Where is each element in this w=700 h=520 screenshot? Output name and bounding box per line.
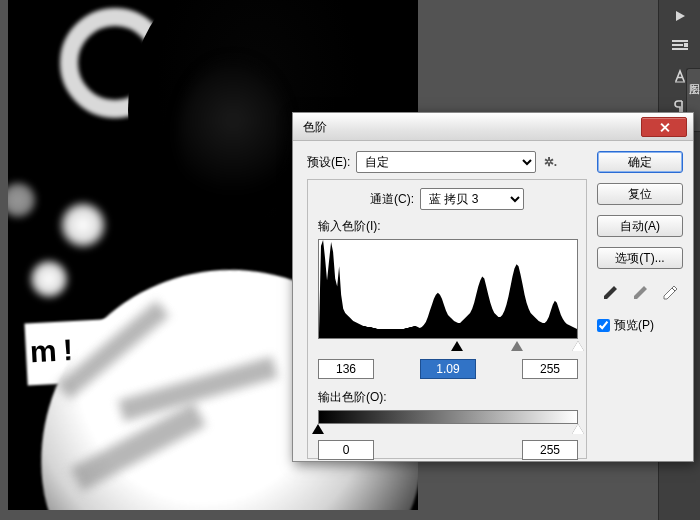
input-black-slider[interactable]	[451, 341, 463, 351]
preset-select[interactable]: 自定	[356, 151, 536, 173]
reset-button[interactable]: 复位	[597, 183, 683, 205]
eyedropper-group	[597, 283, 683, 303]
output-gradient[interactable]	[318, 410, 578, 424]
output-black-field[interactable]	[318, 440, 374, 460]
dialog-titlebar[interactable]: 色阶	[293, 113, 693, 141]
input-white-field[interactable]	[522, 359, 578, 379]
input-black-field[interactable]	[318, 359, 374, 379]
panel-tab-label: 图层	[687, 69, 700, 75]
ok-button[interactable]: 确定	[597, 151, 683, 173]
auto-button[interactable]: 自动(A)	[597, 215, 683, 237]
input-gamma-field[interactable]	[420, 359, 476, 379]
svg-rect-2	[672, 44, 683, 46]
output-black-slider[interactable]	[312, 424, 324, 434]
preset-label: 预设(E):	[307, 154, 350, 171]
preset-menu-icon[interactable]: ✲.	[542, 154, 558, 170]
svg-rect-4	[684, 43, 688, 47]
input-white-slider[interactable]	[572, 341, 584, 351]
output-levels-label: 输出色阶(O):	[318, 389, 576, 406]
svg-rect-1	[672, 40, 688, 42]
preview-checkbox[interactable]	[597, 319, 610, 332]
svg-marker-0	[676, 11, 685, 21]
dialog-title: 色阶	[303, 113, 327, 141]
play-icon[interactable]	[666, 4, 694, 28]
channel-label: 通道(C):	[370, 191, 414, 208]
eyedropper-white-icon[interactable]	[659, 283, 681, 303]
options-button[interactable]: 选项(T)...	[597, 247, 683, 269]
levels-groupbox: 通道(C): 蓝 拷贝 3 输入色阶(I): 输出色阶(O):	[307, 179, 587, 459]
input-levels-label: 输入色阶(I):	[318, 218, 576, 235]
svg-rect-3	[672, 48, 688, 50]
histogram[interactable]	[318, 239, 578, 339]
output-white-field[interactable]	[522, 440, 578, 460]
paragraph-style-icon[interactable]	[666, 34, 694, 58]
eyedropper-black-icon[interactable]	[599, 283, 621, 303]
output-white-slider[interactable]	[572, 424, 584, 434]
channel-select[interactable]: 蓝 拷贝 3	[420, 188, 524, 210]
eyedropper-gray-icon[interactable]	[629, 283, 651, 303]
input-gamma-slider[interactable]	[511, 341, 523, 351]
output-slider-track[interactable]	[318, 424, 578, 436]
levels-dialog: 色阶 预设(E): 自定 ✲. 通道(C): 蓝 拷贝 3 输入色阶(I):	[292, 112, 694, 462]
close-button[interactable]	[641, 117, 687, 137]
preview-label: 预览(P)	[614, 317, 654, 334]
preview-checkbox-row[interactable]: 预览(P)	[597, 317, 683, 334]
input-slider-track[interactable]	[318, 341, 578, 355]
